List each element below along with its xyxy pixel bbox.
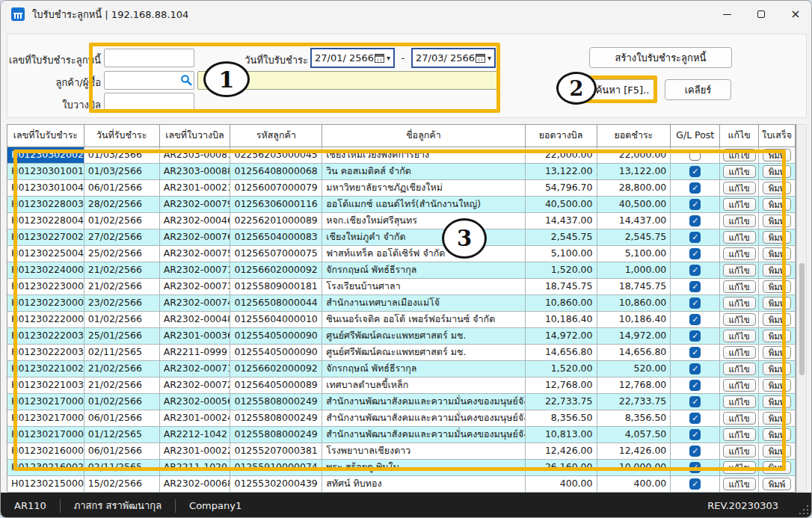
vertical-scrollbar[interactable] <box>796 124 807 492</box>
gl-post-checkbox[interactable]: ✓ <box>689 199 701 210</box>
cell-customer-code[interactable]: 01256602000092 <box>230 361 322 377</box>
edit-button[interactable]: แก้ไข <box>723 247 756 260</box>
cell-customer-name[interactable]: พระ สร้อยดู พิมใบ <box>322 460 525 476</box>
cell-customer-name[interactable]: จักรกฤษณ์ พัทธ์ธีรากุล <box>322 262 525 279</box>
cell-receipt-no[interactable]: H012302220001 <box>7 312 84 328</box>
table-row[interactable]: H01230228004501/02/2566AR2302-0004602256… <box>7 213 796 229</box>
print-button[interactable]: พิมพ์ <box>763 395 792 408</box>
gl-post-checkbox[interactable]: ✓ <box>689 445 701 457</box>
edit-button[interactable]: แก้ไข <box>723 395 756 408</box>
cell-receipt-no[interactable]: H012302220036 <box>7 345 84 361</box>
cell-customer-name[interactable]: สำนักงานพัฒนาสังคมและความมั่นคงของมนุษย์… <box>322 394 525 410</box>
print-button[interactable]: พิมพ์ <box>763 412 792 425</box>
cell-date[interactable]: 06/01/2566 <box>84 180 160 197</box>
cell-paid-amount[interactable]: 12,768.00 <box>597 377 671 394</box>
cell-billing-no[interactable]: AR2303-00081 <box>160 147 231 164</box>
column-header[interactable]: แก้ไข <box>720 125 759 147</box>
cell-paid-amount[interactable]: 520.00 <box>597 361 671 377</box>
cell-paid-amount[interactable]: 1,000.00 <box>597 262 671 279</box>
table-row[interactable]: H01230302002301/03/2566AR2303-0008102256… <box>7 147 796 164</box>
search-icon[interactable] <box>180 74 192 86</box>
cell-receipt-no[interactable]: H012302220035 <box>7 328 84 345</box>
gl-post-checkbox[interactable]: ✓ <box>689 297 701 309</box>
cell-date[interactable]: 25/02/2566 <box>84 246 160 262</box>
cell-receipt-no[interactable]: H012302210028 <box>7 361 84 377</box>
gl-post-checkbox[interactable]: ✓ <box>689 182 701 194</box>
cell-paid-amount[interactable]: 10,860.00 <box>597 295 671 312</box>
cell-customer-name[interactable]: โรงพยาบาลเชียงดาว <box>322 443 525 460</box>
cell-paid-amount[interactable]: 12,426.00 <box>597 443 671 460</box>
table-row[interactable]: H01230217000501/12/2565AR2212-1042012558… <box>7 427 796 443</box>
cell-bill-amount[interactable]: 10,186.40 <box>526 312 597 328</box>
table-row[interactable]: H01230217000301/02/2566AR2302-0005601255… <box>7 394 796 410</box>
table-row[interactable]: H01230301004006/01/2566AR2301-0002101256… <box>7 180 796 197</box>
edit-button[interactable]: แก้ไข <box>723 165 756 178</box>
gl-post-checkbox[interactable]: ✓ <box>689 478 701 490</box>
cell-billing-no[interactable]: AR2302-00056 <box>160 394 231 410</box>
table-row[interactable]: H01230222003525/01/2566AR2301-0003601255… <box>7 328 796 345</box>
cell-customer-code[interactable]: 01255808000249 <box>230 410 322 427</box>
column-header[interactable]: ใบเสร็จ <box>759 125 796 147</box>
cell-receipt-no[interactable]: H012302160002 <box>7 443 84 460</box>
create-receipt-button[interactable]: สร้างใบรับชำระลูกหนี้ <box>589 47 732 68</box>
print-button[interactable]: พิมพ์ <box>763 264 792 277</box>
edit-button[interactable]: แก้ไข <box>723 149 756 161</box>
gl-post-checkbox[interactable]: ✓ <box>689 330 701 342</box>
cell-receipt-no[interactable]: H012302210033 <box>7 377 84 394</box>
print-button[interactable]: พิมพ์ <box>763 461 792 474</box>
cell-billing-no[interactable]: AR2302-00068 <box>160 476 231 493</box>
column-header[interactable]: G/L Post <box>671 125 720 147</box>
cell-date[interactable]: 01/02/2566 <box>84 213 160 229</box>
print-button[interactable]: พิมพ์ <box>763 313 792 326</box>
cell-bill-amount[interactable]: 1,520.00 <box>526 361 597 377</box>
cell-customer-name[interactable]: ศูนย์ศรีพัฒน์คณะแพทยศาสตร์ มช. <box>322 328 525 345</box>
cell-receipt-no[interactable]: H012302280045 <box>7 213 84 229</box>
cell-customer-name[interactable]: มหาวิทยาลัยราชภัฏเชียงใหม่ <box>322 180 525 197</box>
print-button[interactable]: พิมพ์ <box>763 297 792 309</box>
table-row[interactable]: H01230225004625/02/2566AR2302-0007501256… <box>7 246 796 262</box>
cell-bill-amount[interactable]: 54,796.70 <box>526 180 597 197</box>
cell-date[interactable]: 15/02/2566 <box>84 476 160 493</box>
cell-bill-amount[interactable]: 14,437.00 <box>526 213 597 229</box>
scrollbar-thumb[interactable] <box>799 263 805 375</box>
gl-post-checkbox[interactable]: ✓ <box>689 429 701 440</box>
column-header[interactable]: เลขที่ใบรับชำระ <box>7 125 84 147</box>
edit-button[interactable]: แก้ไข <box>723 264 756 277</box>
table-row[interactable]: H01230227002327/02/2566AR2302-0007601256… <box>7 229 796 246</box>
table-row[interactable]: H01230301001901/03/2566AR2303-0008801256… <box>7 164 796 180</box>
cell-billing-no[interactable]: AR2302-00071 <box>160 361 231 377</box>
cell-customer-name[interactable]: หจก.เชียงใหม่ศรีสุนทร <box>322 213 525 229</box>
cell-customer-code[interactable]: 01256408000068 <box>230 164 322 180</box>
cell-receipt-no[interactable]: H012303010019 <box>7 164 84 180</box>
cell-customer-name[interactable]: สำนักงานเทศบาลเมืองแม่โจ้ <box>322 295 525 312</box>
cell-paid-amount[interactable]: 18,745.75 <box>597 279 671 295</box>
print-button[interactable]: พิมพ์ <box>763 280 792 293</box>
cell-customer-name[interactable]: วิน คอสเมติคส์ จำกัด <box>322 164 525 180</box>
cell-paid-amount[interactable]: 28,800.00 <box>597 180 671 197</box>
gl-post-checkbox[interactable]: ✓ <box>689 265 701 276</box>
gl-post-checkbox[interactable]: ✓ <box>689 248 701 259</box>
cell-customer-code[interactable]: 01256602000092 <box>230 262 322 279</box>
cell-customer-name[interactable]: ออโต้แมกซ์ แอนด์ไทร์(สำนักงานใหญ่) <box>322 197 525 213</box>
print-button[interactable]: พิมพ์ <box>763 363 792 375</box>
print-button[interactable]: พิมพ์ <box>763 182 792 194</box>
cell-bill-amount[interactable]: 10,860.00 <box>526 295 597 312</box>
cell-date[interactable]: 21/02/2566 <box>84 361 160 377</box>
cell-receipt-no[interactable]: H012303010040 <box>7 180 84 197</box>
cell-bill-amount[interactable]: 22,733.75 <box>526 394 597 410</box>
cell-paid-amount[interactable]: 10,186.40 <box>597 312 671 328</box>
search-button[interactable]: ค้นหา [F5].. <box>589 79 656 100</box>
edit-button[interactable]: แก้ไข <box>723 379 756 392</box>
minimize-button[interactable] <box>710 1 744 28</box>
cell-billing-no[interactable]: AR2302-00074 <box>160 295 231 312</box>
cell-paid-amount[interactable]: 2,545.75 <box>597 229 671 246</box>
cell-bill-amount[interactable]: 12,768.00 <box>526 377 597 394</box>
cell-customer-name[interactable]: ศูนย์ศรีพัฒน์คณะแพทยศาสตร์ มช. <box>322 345 525 361</box>
close-button[interactable]: × <box>778 1 812 28</box>
edit-button[interactable]: แก้ไข <box>723 428 756 441</box>
cell-customer-name[interactable]: สำนักงานพัฒนาสังคมและความมั่นคงของมนุษย์… <box>322 410 525 427</box>
column-header[interactable]: เลขที่ใบวางบิล <box>160 125 231 147</box>
cell-paid-amount[interactable]: 8,356.50 <box>597 410 671 427</box>
cell-customer-name[interactable]: ซินเนอร์เจติค ออโต้ เพอร์ฟอร์มานซ์ จำกัด <box>322 312 525 328</box>
cell-date[interactable]: 06/01/2566 <box>84 443 160 460</box>
